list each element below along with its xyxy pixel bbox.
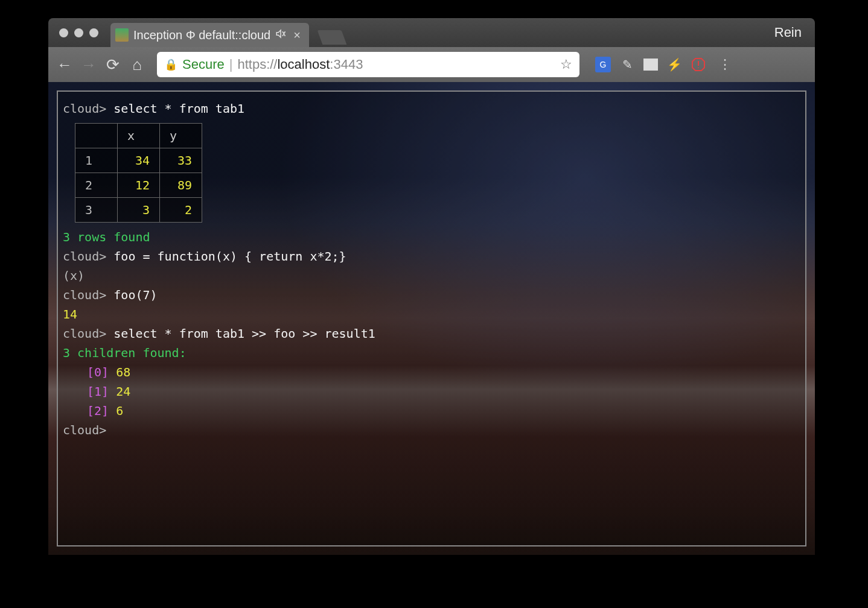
table-header-row: x y [75, 124, 202, 148]
adblock-extension-icon[interactable] [691, 57, 706, 72]
repl-prompt: cloud> [63, 101, 106, 116]
lock-icon: 🔒 [164, 58, 177, 71]
window-minimize-dot[interactable] [74, 28, 83, 37]
repl-line: cloud> foo = function(x) { return x*2;} [63, 247, 800, 266]
bookmark-star-icon[interactable]: ☆ [560, 57, 572, 72]
url-text: https://localhost:3443 [237, 57, 363, 72]
child-result: [2] 6 [63, 401, 800, 420]
child-index: [0] [87, 365, 109, 379]
row-number: 2 [75, 173, 118, 198]
repl-command: select * from tab1 >> foo >> result1 [113, 326, 375, 341]
rows-found-status: 3 rows found [63, 227, 800, 247]
browser-tab[interactable]: Inception Φ default::cloud × [110, 23, 309, 47]
result-table: x y 1 34 33 2 12 89 3 3 2 [75, 123, 202, 223]
repl-command: foo = function(x) { return x*2;} [113, 249, 346, 264]
url-host: localhost [277, 57, 330, 72]
function-signature: (x) [63, 266, 800, 285]
table-row: 2 12 89 [75, 173, 202, 198]
secure-label: Secure [182, 57, 225, 72]
child-value: 6 [116, 404, 123, 418]
browser-toolbar: ← → ⟳ ⌂ 🔒 Secure | https://localhost:344… [48, 47, 815, 82]
mute-icon[interactable] [275, 28, 286, 42]
page-content: cloud> select * from tab1 x y 1 34 33 2 … [48, 82, 815, 555]
extension-icons: G ✎ ⚡ ⋮ [595, 57, 735, 72]
repl-line: cloud> select * from tab1 [63, 99, 800, 118]
child-index: [2] [87, 404, 109, 418]
url-protocol: https:// [237, 57, 277, 72]
repl-line: cloud> foo(7) [63, 285, 800, 305]
repl-line-empty[interactable]: cloud> [63, 420, 800, 440]
child-value: 68 [116, 365, 130, 379]
repl-prompt: cloud> [63, 326, 106, 341]
url-separator: | [229, 57, 233, 72]
window-controls [59, 28, 98, 37]
repl-prompt: cloud> [63, 423, 106, 437]
repl-command: foo(7) [113, 288, 157, 302]
repl-result: 14 [63, 305, 800, 324]
table-header [75, 124, 118, 148]
table-row: 3 3 2 [75, 198, 202, 223]
eyedropper-extension-icon[interactable]: ✎ [619, 57, 635, 72]
address-bar[interactable]: 🔒 Secure | https://localhost:3443 ☆ [157, 52, 579, 77]
repl-prompt: cloud> [63, 249, 106, 264]
cell-value: 3 [118, 198, 160, 223]
row-number: 3 [75, 198, 118, 223]
child-value: 24 [116, 384, 130, 399]
forward-button: → [80, 55, 98, 74]
window-zoom-dot[interactable] [89, 28, 98, 37]
window-close-dot[interactable] [59, 28, 68, 37]
child-index: [1] [87, 384, 109, 399]
repl-prompt: cloud> [63, 288, 106, 302]
bolt-extension-icon[interactable]: ⚡ [666, 57, 682, 72]
tab-bar: Inception Φ default::cloud × Rein [48, 18, 815, 47]
new-tab-button[interactable] [318, 30, 347, 45]
cell-value: 33 [160, 148, 202, 173]
home-button[interactable]: ⌂ [128, 55, 146, 74]
cell-value: 12 [118, 173, 160, 198]
tab-title: Inception Φ default::cloud [133, 28, 270, 42]
url-port: :3443 [330, 57, 363, 72]
cell-value: 89 [160, 173, 202, 198]
browser-menu-icon[interactable]: ⋮ [718, 57, 732, 72]
repl-terminal[interactable]: cloud> select * from tab1 x y 1 34 33 2 … [57, 90, 806, 546]
back-button[interactable]: ← [56, 55, 74, 74]
table-header: x [118, 124, 160, 148]
row-number: 1 [75, 148, 118, 173]
chart-extension-icon[interactable] [643, 59, 658, 71]
table-row: 1 34 33 [75, 148, 202, 173]
repl-command: select * from tab1 [113, 101, 244, 116]
translate-extension-icon[interactable]: G [595, 57, 611, 72]
profile-label[interactable]: Rein [774, 25, 802, 40]
children-found-status: 3 children found: [63, 343, 800, 363]
child-result: [1] 24 [63, 382, 800, 401]
close-tab-icon[interactable]: × [293, 28, 301, 42]
browser-window: Inception Φ default::cloud × Rein ← → ⟳ … [48, 18, 815, 555]
cell-value: 2 [160, 198, 202, 223]
repl-line: cloud> select * from tab1 >> foo >> resu… [63, 324, 800, 343]
child-result: [0] 68 [63, 363, 800, 382]
reload-button[interactable]: ⟳ [104, 55, 122, 74]
favicon-icon [115, 28, 129, 42]
cell-value: 34 [118, 148, 160, 173]
table-header: y [160, 124, 202, 148]
